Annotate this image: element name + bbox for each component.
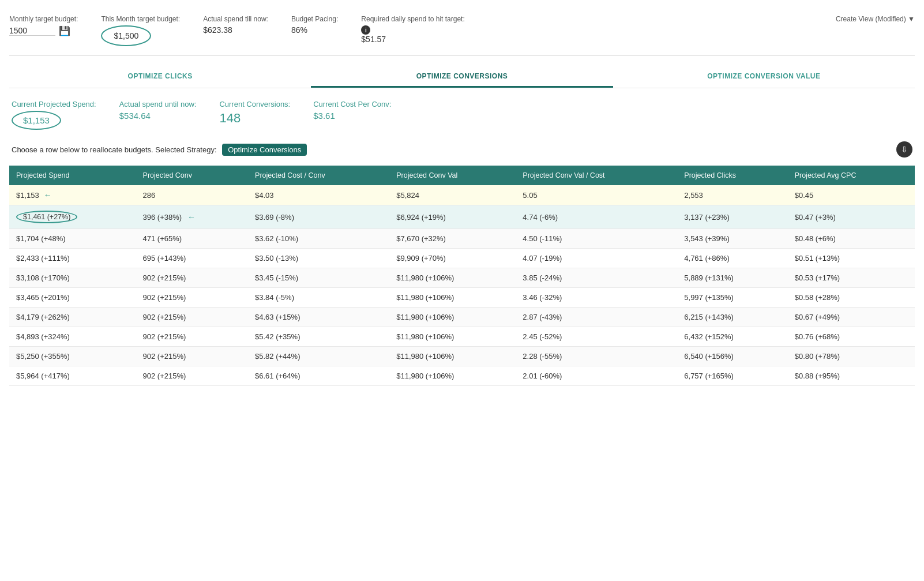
cell-cost-conv: $4.03	[248, 185, 389, 205]
cell-conv-val: $9,909 (+70%)	[389, 249, 516, 268]
cell-conv-val-cost: 5.05	[516, 185, 677, 205]
cell-clicks: 5,997 (+135%)	[677, 288, 787, 308]
arrow-left-icon: ←	[42, 190, 52, 200]
cell-avg-cpc: $0.58 (+28%)	[788, 288, 915, 308]
cell-cost-conv: $3.69 (-8%)	[248, 205, 389, 229]
tab-optimize-conversion-value[interactable]: OPTIMIZE CONVERSION VALUE	[613, 65, 915, 88]
cell-spend: $3,108 (+170%)	[9, 268, 136, 288]
cell-conv-val-cost: 4.07 (-19%)	[516, 249, 677, 268]
cell-avg-cpc: $0.53 (+17%)	[788, 268, 915, 288]
table-row[interactable]: $1,704 (+48%)471 (+65%)$3.62 (-10%)$7,67…	[9, 229, 915, 249]
info-icon[interactable]: i	[361, 25, 370, 35]
cell-conv-val: $11,980 (+106%)	[389, 327, 516, 347]
cell-cost-conv: $3.45 (-15%)	[248, 268, 389, 288]
monthly-target-budget: Monthly target budget: 💾	[9, 15, 78, 36]
cell-clicks: 6,432 (+152%)	[677, 327, 787, 347]
col-projected-cost-conv: Projected Cost / Conv	[248, 166, 389, 185]
cell-conv: 902 (+215%)	[136, 308, 248, 327]
table-row[interactable]: $5,250 (+355%)902 (+215%)$5.82 (+44%)$11…	[9, 347, 915, 366]
create-view-button[interactable]: Create View (Modified) ▼	[836, 15, 915, 23]
this-month-value: $1,500	[114, 31, 138, 40]
cell-clicks: 4,761 (+86%)	[677, 249, 787, 268]
monthly-target-label: Monthly target budget:	[9, 15, 78, 23]
required-daily-label: Required daily spend to hit target:	[361, 15, 464, 23]
cell-conv: 902 (+215%)	[136, 347, 248, 366]
save-icon[interactable]: 💾	[59, 25, 70, 36]
this-month-target-budget: This Month target budget: $1,500	[101, 15, 180, 46]
cell-conv: 695 (+143%)	[136, 249, 248, 268]
current-conversions-label: Current Conversions:	[219, 100, 290, 108]
tab-optimize-clicks[interactable]: OPTIMIZE CLICKS	[9, 65, 311, 88]
cell-cost-conv: $6.61 (+64%)	[248, 366, 389, 386]
cell-conv-val-cost: 2.28 (-55%)	[516, 347, 677, 366]
table-row[interactable]: $3,108 (+170%)902 (+215%)$3.45 (-15%)$11…	[9, 268, 915, 288]
actual-spend-label: Actual spend till now:	[203, 15, 268, 23]
cell-conv-val-cost: 2.01 (-60%)	[516, 366, 677, 386]
download-icon[interactable]: ⇩	[896, 141, 912, 158]
cell-conv-val: $11,980 (+106%)	[389, 347, 516, 366]
monthly-target-input[interactable]	[9, 26, 55, 36]
cell-conv-val: $6,924 (+19%)	[389, 205, 516, 229]
required-daily-spend: Required daily spend to hit target: i $5…	[361, 15, 464, 44]
cell-conv-val: $11,980 (+106%)	[389, 308, 516, 327]
required-daily-value: $51.57	[361, 35, 386, 44]
col-projected-avg-cpc: Projected Avg CPC	[788, 166, 915, 185]
cell-avg-cpc: $0.45	[788, 185, 915, 205]
stats-row: Current Projected Spend: $1,153 Actual s…	[9, 100, 915, 130]
projections-table: Projected Spend Projected Conv Projected…	[9, 166, 915, 386]
projected-spend-value: $1,153	[23, 115, 50, 125]
budget-pacing-value: 86%	[291, 25, 307, 35]
cell-avg-cpc: $0.76 (+68%)	[788, 327, 915, 347]
table-row[interactable]: $4,893 (+324%)902 (+215%)$5.42 (+35%)$11…	[9, 327, 915, 347]
cost-per-conv-value: $3.61	[313, 111, 335, 121]
actual-spend-value: $623.38	[203, 25, 232, 35]
budget-pacing-label: Budget Pacing:	[291, 15, 338, 23]
cell-conv-val-cost: 3.46 (-32%)	[516, 288, 677, 308]
table-row[interactable]: $2,433 (+111%)695 (+143%)$3.50 (-13%)$9,…	[9, 249, 915, 268]
cell-clicks: 2,553	[677, 185, 787, 205]
cell-clicks: 3,543 (+39%)	[677, 229, 787, 249]
cell-cost-conv: $4.63 (+15%)	[248, 308, 389, 327]
cell-spend: $4,893 (+324%)	[9, 327, 136, 347]
current-conversions-value: 148	[219, 111, 241, 125]
tab-optimize-conversions[interactable]: OPTIMIZE CONVERSIONS	[311, 65, 613, 88]
cost-per-conv-label: Current Cost Per Conv:	[313, 100, 391, 108]
cell-spend: $1,704 (+48%)	[9, 229, 136, 249]
actual-spend-until-label: Actual spend until now:	[119, 100, 197, 108]
actual-spend-till-now: Actual spend till now: $623.38	[203, 15, 268, 35]
col-projected-conv-val: Projected Conv Val	[389, 166, 516, 185]
spend-circle: $1,461 (+27%)	[16, 211, 77, 223]
strategy-badge[interactable]: Optimize Conversions	[222, 144, 307, 156]
table-row[interactable]: $4,179 (+262%)902 (+215%)$4.63 (+15%)$11…	[9, 308, 915, 327]
cell-conv: 286	[136, 185, 248, 205]
table-row[interactable]: $1,461 (+27%)396 (+38%) ←$3.69 (-8%)$6,9…	[9, 205, 915, 229]
spend-value: $1,153	[16, 191, 39, 200]
cell-spend: $1,461 (+27%)	[9, 205, 136, 229]
cell-conv-val-cost: 2.87 (-43%)	[516, 308, 677, 327]
cell-conv-val: $11,980 (+106%)	[389, 366, 516, 386]
table-row[interactable]: $5,964 (+417%)902 (+215%)$6.61 (+64%)$11…	[9, 366, 915, 386]
budget-pacing: Budget Pacing: 86%	[291, 15, 338, 35]
cell-avg-cpc: $0.88 (+95%)	[788, 366, 915, 386]
tabs: OPTIMIZE CLICKS OPTIMIZE CONVERSIONS OPT…	[9, 65, 915, 88]
cell-conv-val: $11,980 (+106%)	[389, 288, 516, 308]
cell-cost-conv: $5.82 (+44%)	[248, 347, 389, 366]
cell-spend: $5,250 (+355%)	[9, 347, 136, 366]
cell-clicks: 3,137 (+23%)	[677, 205, 787, 229]
cell-conv: 902 (+215%)	[136, 288, 248, 308]
cell-clicks: 6,540 (+156%)	[677, 347, 787, 366]
table-row[interactable]: $1,153 ←286$4.03$5,8245.052,553$0.45	[9, 185, 915, 205]
cell-cost-conv: $3.84 (-5%)	[248, 288, 389, 308]
cell-conv-val-cost: 4.50 (-11%)	[516, 229, 677, 249]
cell-avg-cpc: $0.80 (+78%)	[788, 347, 915, 366]
cell-avg-cpc: $0.51 (+13%)	[788, 249, 915, 268]
table-header-row: Projected Spend Projected Conv Projected…	[9, 166, 915, 185]
arrow-right-icon: ←	[185, 212, 196, 222]
cell-spend: $2,433 (+111%)	[9, 249, 136, 268]
stat-cost-per-conv: Current Cost Per Conv: $3.61	[313, 100, 391, 130]
cell-clicks: 6,757 (+165%)	[677, 366, 787, 386]
cell-conv-val-cost: 4.74 (-6%)	[516, 205, 677, 229]
cell-cost-conv: $3.62 (-10%)	[248, 229, 389, 249]
cell-cost-conv: $5.42 (+35%)	[248, 327, 389, 347]
table-row[interactable]: $3,465 (+201%)902 (+215%)$3.84 (-5%)$11,…	[9, 288, 915, 308]
